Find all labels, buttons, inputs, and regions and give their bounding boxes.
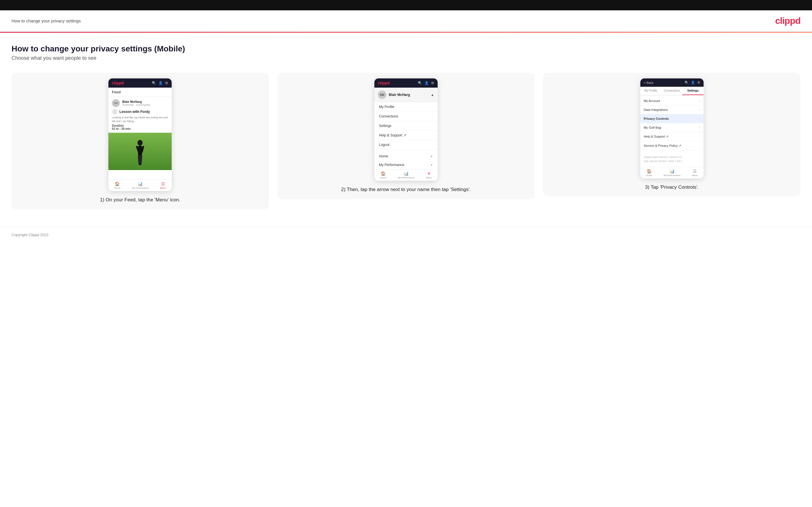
client-version: Clippd Client Version: 2022.8.3-3 — [644, 155, 700, 159]
nav3-menu-label: Menu — [692, 174, 698, 177]
settings-item-mygolfbag-label: My Golf Bag — [644, 126, 661, 129]
menu-item-connections[interactable]: Connections — [374, 112, 438, 121]
feed-tab: Feed — [108, 88, 172, 97]
logo: clippd — [775, 15, 801, 26]
step-3-caption: 3) Tap 'Privacy Controls'. — [645, 183, 699, 191]
home-icon-2: 🏠 — [381, 171, 386, 176]
step-2-caption: 2) Then, tap the arrow next to your name… — [341, 186, 471, 193]
menu-section-home[interactable]: Home ▼ — [374, 152, 438, 161]
menu-avatar: BM — [378, 91, 387, 99]
phone1-logo: clippd — [112, 81, 123, 85]
tab-settings[interactable]: Settings — [682, 87, 703, 95]
nav3-home: 🏠 Home — [646, 169, 652, 177]
page-heading: How to change your privacy settings (Mob… — [11, 44, 801, 53]
chevron-right-icon-2: › — [699, 108, 700, 111]
menu-item-connections-label: Connections — [379, 114, 398, 118]
nav3-menu: ☰ Menu — [692, 169, 698, 177]
page-subheading: Choose what you want people to see — [11, 55, 801, 61]
back-button[interactable]: < Back — [644, 81, 654, 84]
settings-item-privacycontrols[interactable]: Privacy Controls › — [640, 114, 704, 123]
nav-performance-label: My Performance — [132, 187, 149, 189]
feed-user: BM Blair McHarg Yesterday · Sunningdale — [112, 99, 168, 107]
chart-icon: 📊 — [138, 181, 143, 186]
phone1-bottomnav: 🏠 Home 📊 My Performance ☰ Menu — [108, 179, 172, 191]
step-1-caption: 1) On your Feed, tap the 'Menu' icon. — [100, 196, 181, 204]
tab-myprofile[interactable]: My Profile — [640, 87, 661, 95]
feed-user-name: Blair McHarg — [122, 100, 150, 103]
menu-user-left: BM Blair McHarg — [378, 91, 410, 99]
settings-item-myaccount-label: My Account — [644, 99, 660, 103]
step-1-card: clippd 🔍 👤 ⚙ Feed BM Blair McHarg — [11, 73, 269, 210]
footer: Copyright Clippd 2022 — [0, 227, 812, 243]
chevron-down-icon-2: ▼ — [430, 163, 433, 167]
settings-item-helpsupport[interactable]: Help & Support ↗ — [640, 132, 704, 141]
menu-username: Blair McHarg — [389, 93, 410, 97]
nav-performance: 📊 My Performance — [132, 181, 149, 189]
nav-menu-label: Menu — [160, 187, 166, 189]
nav2-home: 🏠 Home — [380, 171, 386, 179]
duration-label: Duration — [112, 124, 123, 127]
nav2-performance-label: My Performance — [398, 176, 415, 179]
user-chevron-up-icon: ▲ — [431, 93, 434, 97]
menu-user-row: BM Blair McHarg ▲ — [374, 88, 438, 102]
nav3-home-label: Home — [646, 174, 652, 177]
nav-home: 🏠 Home — [114, 181, 120, 189]
nav2-menu-label: Menu — [426, 176, 432, 179]
phone2-logo: clippd — [378, 81, 390, 85]
phone2-menu: BM Blair McHarg ▲ My Profile Connections — [374, 88, 438, 169]
phone-2: clippd 🔍 👤 ⚙ BM Blair McHarg — [374, 78, 438, 181]
chevron-right-icon: › — [699, 99, 700, 103]
tab-connections[interactable]: Connections — [661, 87, 682, 95]
settings-item-serviceprivacy-label: Service & Privacy Policy ↗ — [644, 144, 681, 148]
phone1-topbar: clippd 🔍 👤 ⚙ — [108, 78, 172, 88]
version-info: Clippd Client Version: 2022.8.3-3 GQL Se… — [640, 152, 704, 167]
menu-item-settings[interactable]: Settings — [374, 121, 438, 131]
menu-item-myprofile-label: My Profile — [379, 105, 394, 109]
header: How to change your privacy settings clip… — [0, 10, 812, 32]
feed-user-sub: Yesterday · Sunningdale — [122, 103, 150, 106]
steps-container: clippd 🔍 👤 ⚙ Feed BM Blair McHarg — [11, 73, 801, 210]
settings-icon: ⚙ — [431, 81, 434, 85]
golfer-svg — [130, 138, 150, 170]
feed-desc: Looking to feel like my hands are exitin… — [112, 116, 168, 123]
phone2-topbar: clippd 🔍 👤 ⚙ — [374, 78, 438, 88]
settings-item-privacycontrols-label: Privacy Controls — [644, 117, 669, 120]
search-icon: 🔍 — [152, 81, 156, 85]
chevron-right-icon-4: › — [699, 126, 700, 129]
settings-item-serviceprivacy[interactable]: Service & Privacy Policy ↗ — [640, 141, 704, 151]
phone1-content: Feed BM Blair McHarg Yesterday · Sunning… — [108, 88, 172, 179]
header-title: How to change your privacy settings — [11, 18, 81, 23]
menu-section-performance[interactable]: My Performance ▼ — [374, 161, 438, 169]
lesson-icon: 📋 — [112, 109, 117, 115]
menu-item-myprofile[interactable]: My Profile — [374, 102, 438, 112]
golf-image — [108, 133, 172, 170]
phone-3: < Back 🔍 👤 ⚙ My Profile Connections Sett… — [640, 78, 704, 178]
menu-section-home-label: Home — [379, 154, 388, 158]
close-icon: ✕ — [427, 171, 431, 176]
top-bar — [0, 0, 812, 10]
step-3-card: < Back 🔍 👤 ⚙ My Profile Connections Sett… — [543, 73, 801, 196]
svg-point-0 — [138, 140, 143, 146]
settings-item-mygolfbag[interactable]: My Golf Bag › — [640, 123, 704, 132]
menu-icon-3: ☰ — [693, 169, 697, 173]
settings-item-dataintegrations-label: Data Integrations — [644, 108, 668, 111]
menu-section-performance-label: My Performance — [379, 163, 404, 167]
menu-item-logout-label: Logout — [379, 143, 390, 147]
menu-icon: ☰ — [161, 181, 165, 186]
phone-1: clippd 🔍 👤 ⚙ Feed BM Blair McHarg — [108, 78, 172, 191]
phone2-bottomnav: 🏠 Home 📊 My Performance ✕ Menu — [374, 169, 438, 181]
menu-item-logout[interactable]: Logout — [374, 140, 438, 150]
feed-post: BM Blair McHarg Yesterday · Sunningdale … — [108, 97, 172, 133]
settings-item-myaccount[interactable]: My Account › — [640, 97, 704, 105]
phone3-bottomnav: 🏠 Home 📊 My Performance ☰ Menu — [640, 167, 704, 178]
phone1-icons: 🔍 👤 ⚙ — [152, 81, 168, 85]
feed-user-info: Blair McHarg Yesterday · Sunningdale — [122, 100, 150, 106]
feed-duration: Duration 01 hr : 30 min — [112, 124, 168, 130]
search-icon-3: 🔍 — [684, 81, 689, 84]
chart-icon-2: 📊 — [404, 171, 409, 176]
nav-menu: ☰ Menu — [160, 181, 166, 189]
settings-item-dataintegrations[interactable]: Data Integrations › — [640, 105, 704, 114]
menu-item-helpsupport-label: Help & Support ↗ — [379, 133, 406, 137]
duration-value: 01 hr : 30 min — [112, 127, 130, 130]
menu-item-helpsupport[interactable]: Help & Support ↗ — [374, 131, 438, 140]
